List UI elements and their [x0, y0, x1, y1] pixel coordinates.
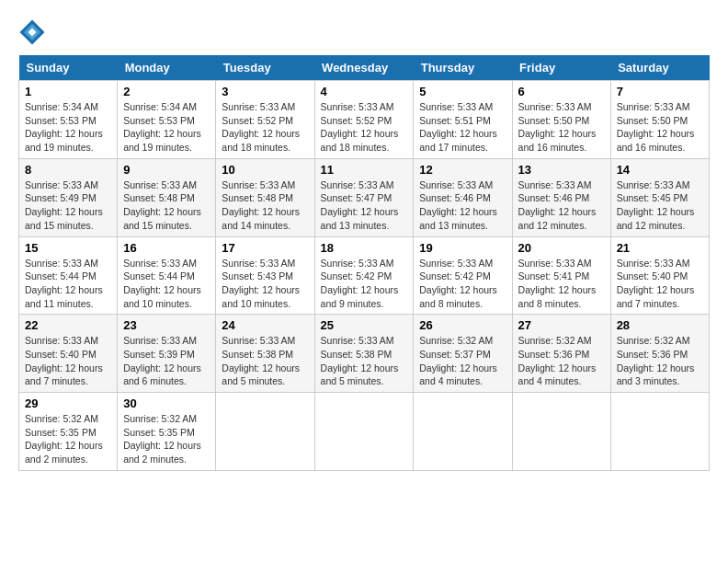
weekday-saturday: Saturday [610, 55, 709, 81]
calendar-cell: 25 Sunrise: 5:33 AMSunset: 5:38 PMDaylig… [314, 315, 414, 393]
calendar-week-4: 22 Sunrise: 5:33 AMSunset: 5:40 PMDaylig… [19, 315, 710, 393]
weekday-friday: Friday [512, 55, 610, 81]
calendar-cell [216, 393, 314, 471]
day-info: Sunrise: 5:33 AMSunset: 5:39 PMDaylight:… [123, 335, 201, 386]
day-number: 1 [25, 85, 111, 98]
day-number: 9 [123, 163, 210, 177]
calendar-cell: 20 Sunrise: 5:33 AMSunset: 5:41 PMDaylig… [512, 236, 610, 315]
calendar-table: SundayMondayTuesdayWednesdayThursdayFrid… [18, 55, 710, 471]
day-number: 4 [321, 85, 408, 98]
day-number: 6 [518, 85, 605, 98]
calendar-cell: 5 Sunrise: 5:33 AMSunset: 5:51 PMDayligh… [414, 81, 512, 159]
weekday-wednesday: Wednesday [314, 55, 414, 81]
day-info: Sunrise: 5:33 AMSunset: 5:52 PMDaylight:… [321, 101, 399, 153]
day-info: Sunrise: 5:33 AMSunset: 5:50 PMDaylight:… [518, 101, 597, 153]
day-info: Sunrise: 5:33 AMSunset: 5:42 PMDaylight:… [419, 258, 497, 309]
calendar-cell: 22 Sunrise: 5:33 AMSunset: 5:40 PMDaylig… [19, 315, 118, 393]
day-number: 25 [321, 318, 408, 332]
calendar-cell: 15 Sunrise: 5:33 AMSunset: 5:44 PMDaylig… [19, 236, 118, 315]
calendar-cell: 23 Sunrise: 5:33 AMSunset: 5:39 PMDaylig… [118, 315, 216, 393]
day-info: Sunrise: 5:33 AMSunset: 5:50 PMDaylight:… [617, 101, 695, 153]
calendar-cell: 8 Sunrise: 5:33 AMSunset: 5:49 PMDayligh… [19, 158, 118, 236]
day-info: Sunrise: 5:34 AMSunset: 5:53 PMDaylight:… [123, 101, 201, 153]
calendar-cell [610, 393, 709, 471]
day-info: Sunrise: 5:33 AMSunset: 5:43 PMDaylight:… [222, 258, 300, 309]
day-number: 15 [25, 241, 111, 255]
day-info: Sunrise: 5:33 AMSunset: 5:46 PMDaylight:… [419, 179, 497, 231]
day-number: 29 [25, 396, 111, 410]
calendar-cell: 21 Sunrise: 5:33 AMSunset: 5:40 PMDaylig… [610, 236, 709, 315]
day-info: Sunrise: 5:33 AMSunset: 5:51 PMDaylight:… [419, 101, 497, 153]
calendar-cell: 27 Sunrise: 5:32 AMSunset: 5:36 PMDaylig… [512, 315, 610, 393]
weekday-header-row: SundayMondayTuesdayWednesdayThursdayFrid… [19, 55, 710, 81]
day-number: 22 [25, 318, 111, 332]
day-info: Sunrise: 5:33 AMSunset: 5:40 PMDaylight:… [25, 335, 103, 386]
calendar-cell: 19 Sunrise: 5:33 AMSunset: 5:42 PMDaylig… [414, 236, 512, 315]
page-header [18, 18, 710, 46]
day-info: Sunrise: 5:34 AMSunset: 5:53 PMDaylight:… [25, 101, 103, 153]
calendar-cell: 2 Sunrise: 5:34 AMSunset: 5:53 PMDayligh… [118, 81, 216, 159]
calendar-cell: 11 Sunrise: 5:33 AMSunset: 5:47 PMDaylig… [314, 158, 414, 236]
day-number: 7 [617, 85, 703, 98]
calendar-cell: 3 Sunrise: 5:33 AMSunset: 5:52 PMDayligh… [216, 81, 314, 159]
calendar-week-5: 29 Sunrise: 5:32 AMSunset: 5:35 PMDaylig… [19, 393, 710, 471]
calendar-cell: 6 Sunrise: 5:33 AMSunset: 5:50 PMDayligh… [512, 81, 610, 159]
calendar-cell: 13 Sunrise: 5:33 AMSunset: 5:46 PMDaylig… [512, 158, 610, 236]
day-number: 14 [617, 163, 703, 177]
calendar-cell [414, 393, 512, 471]
day-number: 8 [25, 163, 111, 177]
calendar-cell: 26 Sunrise: 5:32 AMSunset: 5:37 PMDaylig… [414, 315, 512, 393]
calendar-cell: 16 Sunrise: 5:33 AMSunset: 5:44 PMDaylig… [118, 236, 216, 315]
day-number: 5 [419, 85, 506, 98]
calendar-cell: 17 Sunrise: 5:33 AMSunset: 5:43 PMDaylig… [216, 236, 314, 315]
logo-icon [18, 18, 46, 46]
calendar-week-2: 8 Sunrise: 5:33 AMSunset: 5:49 PMDayligh… [19, 158, 710, 236]
day-number: 24 [222, 318, 308, 332]
calendar-cell: 7 Sunrise: 5:33 AMSunset: 5:50 PMDayligh… [610, 81, 709, 159]
day-info: Sunrise: 5:33 AMSunset: 5:44 PMDaylight:… [123, 258, 201, 309]
day-number: 10 [222, 163, 308, 177]
day-info: Sunrise: 5:33 AMSunset: 5:46 PMDaylight:… [518, 179, 597, 231]
day-number: 16 [123, 241, 210, 255]
day-info: Sunrise: 5:33 AMSunset: 5:52 PMDaylight:… [222, 101, 300, 153]
calendar-cell: 29 Sunrise: 5:32 AMSunset: 5:35 PMDaylig… [19, 393, 118, 471]
day-info: Sunrise: 5:32 AMSunset: 5:36 PMDaylight:… [617, 335, 695, 386]
day-number: 17 [222, 241, 308, 255]
day-info: Sunrise: 5:33 AMSunset: 5:48 PMDaylight:… [222, 179, 300, 231]
day-info: Sunrise: 5:33 AMSunset: 5:49 PMDaylight:… [25, 179, 103, 231]
day-number: 13 [518, 163, 605, 177]
day-info: Sunrise: 5:33 AMSunset: 5:38 PMDaylight:… [321, 335, 399, 386]
calendar-cell: 18 Sunrise: 5:33 AMSunset: 5:42 PMDaylig… [314, 236, 414, 315]
calendar-cell: 4 Sunrise: 5:33 AMSunset: 5:52 PMDayligh… [314, 81, 414, 159]
day-number: 3 [222, 85, 308, 98]
day-number: 23 [123, 318, 210, 332]
calendar-cell: 1 Sunrise: 5:34 AMSunset: 5:53 PMDayligh… [19, 81, 118, 159]
logo [18, 18, 50, 46]
day-info: Sunrise: 5:33 AMSunset: 5:45 PMDaylight:… [617, 179, 695, 231]
calendar-cell [512, 393, 610, 471]
calendar-cell: 14 Sunrise: 5:33 AMSunset: 5:45 PMDaylig… [610, 158, 709, 236]
day-info: Sunrise: 5:32 AMSunset: 5:35 PMDaylight:… [25, 413, 103, 465]
calendar-cell: 30 Sunrise: 5:32 AMSunset: 5:35 PMDaylig… [118, 393, 216, 471]
day-info: Sunrise: 5:33 AMSunset: 5:40 PMDaylight:… [617, 258, 695, 309]
day-info: Sunrise: 5:32 AMSunset: 5:35 PMDaylight:… [123, 413, 201, 465]
day-info: Sunrise: 5:33 AMSunset: 5:47 PMDaylight:… [321, 179, 399, 231]
day-info: Sunrise: 5:33 AMSunset: 5:38 PMDaylight:… [222, 335, 300, 386]
weekday-thursday: Thursday [414, 55, 512, 81]
day-number: 11 [321, 163, 408, 177]
calendar-cell: 24 Sunrise: 5:33 AMSunset: 5:38 PMDaylig… [216, 315, 314, 393]
day-info: Sunrise: 5:33 AMSunset: 5:41 PMDaylight:… [518, 258, 597, 309]
day-number: 20 [518, 241, 605, 255]
calendar-cell: 28 Sunrise: 5:32 AMSunset: 5:36 PMDaylig… [610, 315, 709, 393]
day-number: 21 [617, 241, 703, 255]
day-info: Sunrise: 5:32 AMSunset: 5:36 PMDaylight:… [518, 335, 597, 386]
weekday-sunday: Sunday [19, 55, 118, 81]
calendar-cell: 10 Sunrise: 5:33 AMSunset: 5:48 PMDaylig… [216, 158, 314, 236]
calendar-cell: 9 Sunrise: 5:33 AMSunset: 5:48 PMDayligh… [118, 158, 216, 236]
weekday-monday: Monday [118, 55, 216, 81]
day-info: Sunrise: 5:33 AMSunset: 5:44 PMDaylight:… [25, 258, 103, 309]
day-number: 28 [617, 318, 703, 332]
day-number: 19 [419, 241, 506, 255]
day-number: 26 [419, 318, 506, 332]
day-number: 2 [123, 85, 210, 98]
